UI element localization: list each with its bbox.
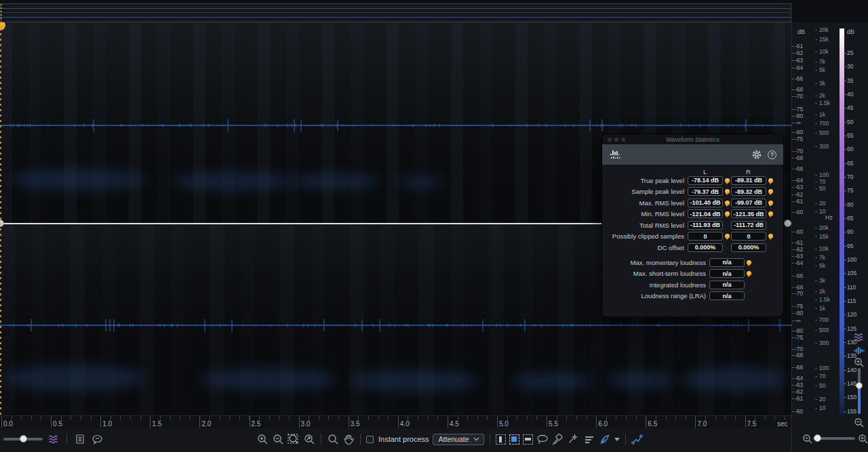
vertical-zoom-slider[interactable]: [858, 368, 861, 414]
stat-value-right[interactable]: -89.31 dB: [731, 176, 766, 185]
stat-value-right[interactable]: -89.32 dB: [731, 187, 766, 196]
blend-slider-thumb[interactable]: [20, 435, 27, 443]
spectrogram-waveform-blend-slider[interactable]: [3, 438, 43, 440]
vertical-zoom-out-icon[interactable]: [853, 417, 865, 428]
loudness-value[interactable]: n/a: [709, 258, 745, 267]
history-pin-icon[interactable]: [725, 234, 730, 239]
history-pin-icon[interactable]: [725, 201, 730, 205]
colorbar-label: 90: [847, 228, 853, 235]
clipboard-icon[interactable]: [74, 433, 86, 445]
amp-ruler-label: -66: [795, 272, 803, 279]
horizontal-zoom-in-icon[interactable]: [857, 434, 868, 445]
stat-value-right[interactable]: -121.35 dB: [731, 209, 766, 218]
dialog-titlebar[interactable]: Waveform Statistics: [602, 134, 783, 144]
window-zoom-button[interactable]: [621, 138, 625, 142]
toolbar-separator: [625, 434, 626, 445]
loudness-value[interactable]: n/a: [709, 269, 745, 278]
time-ruler-major-tick: [596, 416, 597, 428]
history-pin-icon[interactable]: [768, 211, 773, 216]
hand-pan-tool-icon[interactable]: [342, 433, 355, 445]
loudness-value[interactable]: n/a: [709, 281, 745, 289]
time-ruler[interactable]: sec 0.00.51.01.52.02.53.03.54.04.55.05.5…: [0, 415, 791, 428]
feather-pen-tool-icon[interactable]: [599, 433, 611, 445]
lasso-tool-icon[interactable]: [536, 433, 549, 445]
time-ruler-label: 6.0: [598, 420, 608, 428]
time-ruler-major-tick: [497, 416, 498, 428]
stat-value-left[interactable]: 0: [688, 232, 723, 241]
history-pin-icon[interactable]: [768, 189, 773, 194]
freq-ruler-label: 20: [819, 396, 825, 403]
gear-icon[interactable]: [751, 149, 762, 160]
stat-value-right[interactable]: 0: [731, 232, 766, 241]
instant-process-checkbox[interactable]: [366, 436, 374, 443]
draw-curve-tool-icon[interactable]: [631, 433, 644, 445]
freq-ruler-label: 2k: [819, 92, 825, 99]
amp-ruler-label: -62: [795, 191, 803, 198]
time-ruler-minor-ticks: [1, 416, 791, 420]
comment-bubble-icon[interactable]: [91, 433, 103, 445]
stat-value-right[interactable]: -111.72 dB: [731, 221, 766, 230]
horizontal-zoom-out-icon[interactable]: [802, 434, 814, 445]
spectrogram-colorbar[interactable]: [840, 28, 844, 415]
spectrogram-layer-icon[interactable]: [853, 332, 865, 343]
channel-divider-handle-right[interactable]: [784, 220, 791, 227]
history-pin-icon[interactable]: [768, 178, 773, 183]
adjust-levels-icon[interactable]: [583, 433, 595, 445]
zoom-fit-icon[interactable]: [303, 433, 315, 445]
history-pin-icon[interactable]: [725, 211, 730, 216]
history-pin-icon[interactable]: [747, 260, 751, 265]
stat-row: DC offset 0.000% 0.000%: [602, 242, 783, 253]
magnify-tool-icon[interactable]: [327, 433, 339, 445]
instant-process-label: Instant process: [378, 435, 429, 443]
stat-value-left[interactable]: -78.14 dB: [688, 176, 723, 185]
tool-options-dropdown-arrow[interactable]: [614, 438, 620, 441]
horizontal-zoom-slider-thumb[interactable]: [814, 434, 821, 442]
stat-value-right[interactable]: -99.07 dB: [731, 199, 766, 207]
frequency-selection-tool[interactable]: [523, 434, 533, 445]
vertical-zoom-slider-thumb[interactable]: [856, 382, 863, 389]
amp-ruler-label: -62: [795, 49, 803, 56]
zoom-in-icon[interactable]: [256, 433, 269, 445]
loudness-label: Max. momentary loudness: [602, 259, 706, 266]
brush-tool-icon[interactable]: [552, 433, 564, 445]
time-selection-tool[interactable]: [496, 434, 506, 445]
stat-row: Sample peak level -79.37 dB -89.32 dB: [602, 186, 783, 198]
colorbar-label: 60: [847, 146, 853, 152]
zoom-out-icon[interactable]: [272, 433, 284, 445]
history-pin-icon[interactable]: [725, 189, 730, 194]
process-mode-dropdown[interactable]: Attenuate: [433, 434, 484, 445]
toolbar-separator: [321, 434, 321, 445]
window-buttons[interactable]: [608, 138, 625, 142]
stat-value-left[interactable]: -101.40 dB: [688, 199, 723, 207]
stat-row: Max. RMS level -101.40 dB -99.07 dB: [602, 197, 783, 209]
stat-row: Total RMS level -111.93 dB -111.72 dB: [602, 220, 783, 231]
stat-value-left[interactable]: 0.000%: [688, 243, 723, 252]
help-icon[interactable]: ?: [768, 150, 776, 159]
freq-ruler-label: 700: [819, 120, 829, 127]
history-pin-icon[interactable]: [768, 234, 773, 239]
waveform-layer-icon[interactable]: [853, 345, 865, 356]
stat-value-right[interactable]: 0.000%: [731, 243, 766, 252]
history-pin-icon[interactable]: [747, 271, 751, 276]
amp-ruler-label: -60: [795, 228, 803, 235]
history-pin-icon[interactable]: [768, 201, 773, 205]
spectrogram-settings-icon[interactable]: [47, 433, 60, 445]
stat-label: Possibly clipped samples: [602, 232, 684, 240]
zoom-to-selection-icon[interactable]: [288, 433, 300, 445]
stat-value-left[interactable]: -79.37 dB: [688, 187, 723, 196]
window-close-button[interactable]: [608, 138, 612, 142]
window-minimize-button[interactable]: [614, 138, 618, 142]
colorbar-label: 40: [847, 91, 853, 98]
history-pin-icon[interactable]: [725, 178, 730, 183]
magic-wand-tool-icon[interactable]: [568, 433, 580, 445]
amp-ruler-label: -63: [795, 382, 803, 388]
loudness-value[interactable]: n/a: [709, 291, 745, 300]
stat-value-left[interactable]: -111.93 dB: [688, 221, 723, 230]
amp-ruler-label: -68: [795, 155, 803, 161]
stat-value-left[interactable]: -121.04 dB: [688, 209, 723, 218]
time-frequency-selection-tool[interactable]: [509, 434, 519, 445]
vertical-zoom-in-icon[interactable]: [853, 357, 865, 368]
amp-ruler-label: -64: [795, 177, 803, 184]
freq-ruler-label: 700: [819, 316, 829, 323]
overview-minimap[interactable]: [0, 3, 791, 22]
